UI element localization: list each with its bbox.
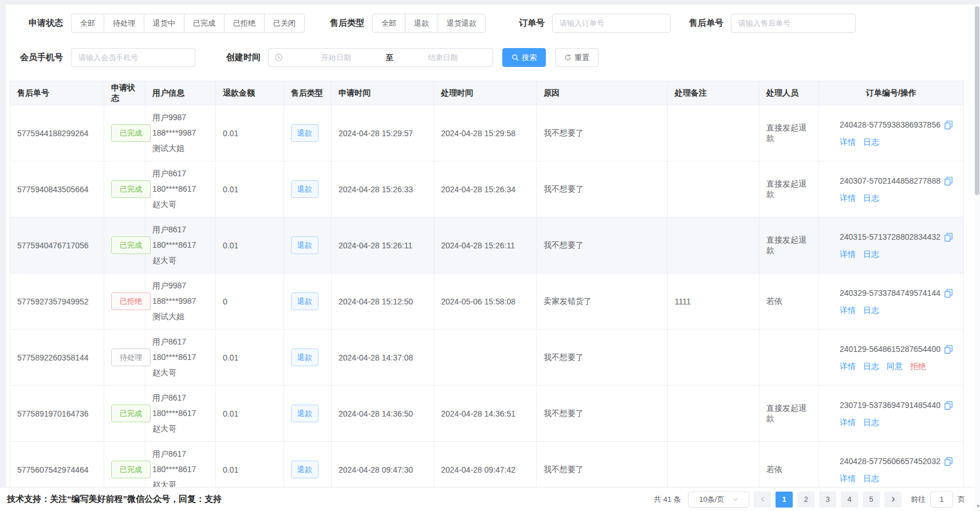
reason-cell: 我不想要了 xyxy=(537,217,668,274)
order-no-line: 240315-5713728802834432 xyxy=(840,228,957,245)
refund-id-cell: 5775927357949952 xyxy=(10,274,104,330)
action-link[interactable]: 日志 xyxy=(863,249,879,259)
copy-icon[interactable] xyxy=(944,344,953,354)
status-filter-option[interactable]: 已关闭 xyxy=(264,14,305,33)
user-info-line: 188****9987 xyxy=(152,294,208,309)
copy-icon[interactable] xyxy=(944,457,953,466)
page-number-button[interactable]: 1 xyxy=(776,492,793,508)
action-link[interactable]: 日志 xyxy=(863,474,879,483)
search-icon xyxy=(511,54,519,61)
user-info-line: 赵大哥 xyxy=(152,421,208,437)
order-no-input[interactable] xyxy=(552,14,671,33)
order-no-line: 240329-5733784749574144 xyxy=(840,284,957,302)
scrollbar-thumb[interactable] xyxy=(975,6,979,195)
action-link[interactable]: 拒绝 xyxy=(910,362,926,371)
status-filter-option[interactable]: 退货中 xyxy=(144,14,184,33)
action-link[interactable]: 日志 xyxy=(863,418,879,427)
copy-icon[interactable] xyxy=(944,176,953,185)
table-row[interactable]: 5775927357949952已拒绝用户9987188****9987测试大姐… xyxy=(10,274,964,330)
footer-bar: 技术支持：关注“编写美好前程”微信公众号，回复：支持 共 41 条 10条/页 … xyxy=(0,488,980,511)
copy-icon[interactable] xyxy=(944,401,953,410)
user-info-lines: 用户9987188****9987测试大姐 xyxy=(152,110,208,156)
action-link[interactable]: 日志 xyxy=(863,362,879,371)
status-filter-option[interactable]: 已完成 xyxy=(184,14,225,33)
order-no: 240307-5702144858277888 xyxy=(840,172,940,189)
table-row[interactable]: 5775940476717056已完成用户8617180****8617赵大哥0… xyxy=(10,217,964,274)
prev-page-button[interactable] xyxy=(754,492,771,508)
column-header: 订单编号/操作 xyxy=(819,81,964,105)
handler-cell: 直接发起退款 xyxy=(759,217,819,274)
handler-cell: 直接发起退款 xyxy=(759,386,819,442)
vertical-scrollbar[interactable]: ▾ xyxy=(974,5,980,511)
status-filter-option[interactable]: 已拒绝 xyxy=(224,14,265,33)
table-row[interactable]: 5775892260358144待处理用户8617180****8617赵大哥0… xyxy=(10,330,964,386)
user-info-cell: 用户8617180****8617赵大哥 xyxy=(145,217,216,274)
status-cell: 已拒绝 xyxy=(104,274,145,330)
next-page-button[interactable] xyxy=(884,492,902,508)
action-link[interactable]: 详情 xyxy=(840,249,856,259)
action-link[interactable]: 详情 xyxy=(840,362,856,371)
user-info-line: 用户8617 xyxy=(152,222,208,237)
page-number-button[interactable]: 5 xyxy=(863,492,880,508)
action-link[interactable]: 日志 xyxy=(863,193,879,203)
page-number-button[interactable]: 3 xyxy=(819,492,836,508)
action-link[interactable]: 详情 xyxy=(840,193,856,203)
type-filter-option[interactable]: 退货退款 xyxy=(438,14,486,33)
action-link[interactable]: 同意 xyxy=(887,362,903,371)
type-filter-option[interactable]: 全部 xyxy=(372,14,406,33)
type-filter-option[interactable]: 退款 xyxy=(405,14,438,33)
table-row[interactable]: 5775944188299264已完成用户9987188****9987测试大姐… xyxy=(10,105,964,161)
status-badge: 已完成 xyxy=(111,405,151,422)
action-link[interactable]: 详情 xyxy=(840,474,856,483)
action-link[interactable]: 详情 xyxy=(840,418,856,427)
page-top-margin xyxy=(0,0,980,5)
reset-button[interactable]: 重置 xyxy=(555,48,599,67)
refund-type-tag: 退款 xyxy=(291,292,318,310)
apply-time-cell: 2024-04-28 15:26:11 xyxy=(332,217,434,274)
table-row[interactable]: 5775940843505664已完成用户8617180****8617赵大哥0… xyxy=(10,161,964,217)
page-number-button[interactable]: 4 xyxy=(841,492,858,508)
reason-cell: 我不想要了 xyxy=(537,105,668,161)
goto-page-input[interactable] xyxy=(930,492,953,508)
handler-cell xyxy=(759,330,819,386)
table-row[interactable]: 5775891970164736已完成用户8617180****8617赵大哥0… xyxy=(10,386,964,442)
status-filter-option[interactable]: 全部 xyxy=(71,14,104,33)
copy-icon[interactable] xyxy=(944,288,953,298)
end-date-placeholder[interactable]: 结束日期 xyxy=(393,53,493,63)
status-badge: 已完成 xyxy=(111,461,151,478)
user-info-line: 赵大哥 xyxy=(152,197,208,212)
refund-id-cell: 5775940843505664 xyxy=(10,161,104,217)
apply-time-cell: 2024-04-28 14:37:08 xyxy=(332,330,434,386)
order-no-line: 240428-5775606657452032 xyxy=(840,453,957,470)
refund-amount-cell: 0.01 xyxy=(216,386,284,442)
type-cell: 退款 xyxy=(284,105,332,161)
type-cell: 退款 xyxy=(284,330,332,386)
action-link[interactable]: 详情 xyxy=(840,306,856,315)
user-info-cell: 用户8617180****8617赵大哥 xyxy=(145,330,216,386)
page-number-button[interactable]: 2 xyxy=(797,492,814,508)
copy-icon[interactable] xyxy=(944,120,953,129)
page-size-select[interactable]: 10条/页 xyxy=(688,492,749,508)
order-op-cell: 230719-5373694791485440详情日志 xyxy=(819,386,964,442)
handle-time-cell: 2024-04-28 15:29:58 xyxy=(434,105,537,161)
action-link[interactable]: 详情 xyxy=(840,137,856,146)
aftersale-order-page: 申请状态 全部待处理退货中已完成已拒绝已关闭 售后类型 全部退款退货退款 订单号… xyxy=(0,0,980,511)
refund-no-input[interactable] xyxy=(731,14,856,33)
start-date-placeholder[interactable]: 开始日期 xyxy=(286,53,386,63)
column-header: 售后类型 xyxy=(284,81,332,105)
action-link[interactable]: 日志 xyxy=(863,306,879,315)
user-info-line: 用户8617 xyxy=(152,390,208,406)
phone-input[interactable] xyxy=(71,48,195,67)
refund-type-tag: 退款 xyxy=(291,124,318,142)
date-range-picker[interactable]: 开始日期 至 结束日期 xyxy=(268,48,493,67)
action-link[interactable]: 日志 xyxy=(863,137,879,146)
type-filter-label: 售后类型 xyxy=(330,18,364,29)
phone-label: 会员手机号 xyxy=(6,52,63,63)
chevron-left-icon xyxy=(759,496,766,502)
status-filter-option[interactable]: 待处理 xyxy=(104,14,144,33)
status-badge: 已完成 xyxy=(111,180,151,198)
scrollbar-down-arrow[interactable]: ▾ xyxy=(977,503,979,509)
action-links: 详情日志 xyxy=(840,189,957,207)
copy-icon[interactable] xyxy=(944,232,953,241)
search-button[interactable]: 搜索 xyxy=(502,48,546,67)
